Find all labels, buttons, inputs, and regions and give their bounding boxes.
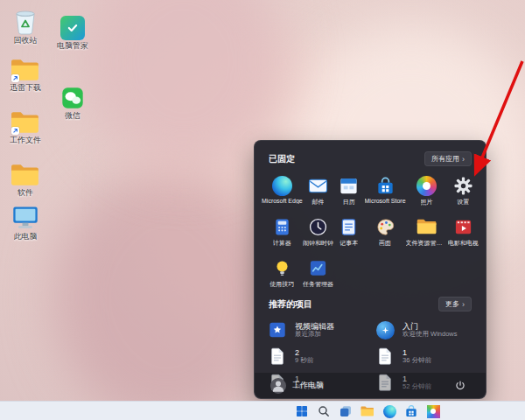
start-menu-footer: 工作电脑 [255, 372, 486, 398]
taskbar-icons [294, 402, 441, 420]
pinned-app-calculator[interactable]: 计算器 [262, 214, 303, 250]
edge-button[interactable] [382, 403, 397, 419]
desktop-icon-security-app[interactable]: 电脑管家 [49, 12, 96, 51]
store-button[interactable] [403, 403, 419, 419]
pinned-app-alarms-clock[interactable]: 闹钟和时钟 [303, 214, 333, 250]
app-label: 使用技巧 [270, 280, 294, 289]
more-button[interactable]: 更多 › [438, 297, 472, 312]
desktop-icon-wechat[interactable]: 微信 [49, 82, 96, 121]
file-explorer-button[interactable] [360, 403, 375, 419]
app-label: 照片 [421, 198, 433, 206]
photos-icon [427, 405, 440, 418]
recommended-item-subtitle: 欢迎使用 Windows [402, 331, 458, 339]
wechat-icon [60, 82, 85, 110]
photos-icon [416, 175, 438, 196]
desktop-icon-label: 迅雷下载 [10, 84, 41, 93]
desktop-icon-label: 工作文件 [10, 136, 41, 145]
search-icon [317, 404, 331, 418]
pinned-apps-grid: Microsoft Edge 邮件 日历 [255, 170, 486, 291]
folder-icon [360, 404, 374, 418]
mail-icon [307, 175, 328, 196]
task-view-button[interactable] [338, 403, 354, 419]
paint-palette-icon [374, 216, 396, 237]
desktop-icon-computer[interactable]: 此电脑 [2, 203, 49, 242]
folder-icon [10, 107, 40, 135]
desktop-icon-label: 电脑管家 [57, 42, 88, 51]
get-started-icon [374, 319, 396, 340]
photos-button[interactable] [425, 403, 441, 419]
lightbulb-icon [271, 257, 292, 278]
app-label: Microsoft Edge [262, 198, 303, 204]
recommended-item-get-started[interactable]: 入门 欢迎使用 Windows [374, 318, 473, 341]
start-menu: 已固定 所有应用 › Microsoft Edge 邮件 [254, 140, 486, 399]
store-icon [404, 404, 418, 418]
recommended-title: 推荐的项目 [269, 298, 312, 311]
folder-icon [416, 216, 438, 237]
pinned-app-photos[interactable]: 照片 [406, 172, 448, 209]
pinned-app-edge[interactable]: Microsoft Edge [262, 172, 303, 209]
app-label: 设置 [457, 198, 469, 206]
notepad-icon [339, 216, 360, 237]
wallpaper-blob [52, 166, 280, 420]
store-icon [374, 175, 396, 196]
recommended-item-file[interactable]: 1 36 分钟前 [374, 345, 473, 368]
desktop-icon-label: 回收站 [14, 37, 38, 46]
app-label: 任务管理器 [303, 280, 333, 289]
taskbar [0, 401, 525, 420]
desktop-icon-folder-2[interactable]: 工作文件 [2, 107, 49, 145]
chevron-right-icon: › [462, 300, 465, 309]
user-account-button[interactable]: 工作电脑 [270, 378, 324, 394]
pinned-app-store[interactable]: Microsoft Store [365, 172, 406, 209]
recommended-item-file[interactable]: 2 9 秒前 [267, 345, 366, 368]
pinned-app-settings[interactable]: 设置 [448, 172, 479, 209]
app-label: 画图 [379, 239, 391, 248]
desktop-icon-folder-3[interactable]: 软件 [2, 159, 49, 198]
pinned-app-task-manager[interactable]: 任务管理器 [303, 255, 333, 291]
app-label: 记事本 [340, 239, 358, 248]
user-name: 工作电脑 [292, 380, 324, 391]
calculator-icon [271, 216, 292, 237]
desktop-icon-label: 此电脑 [14, 233, 38, 242]
edge-icon [383, 405, 396, 418]
app-label: 邮件 [312, 198, 324, 206]
pinned-section-header: 已固定 所有应用 › [255, 141, 486, 170]
desktop-icon-folder-1[interactable]: 迅雷下载 [2, 54, 49, 93]
desktop-icon-recycle-bin[interactable]: 回收站 [2, 7, 49, 46]
shortcut-arrow-icon [11, 74, 19, 82]
recommended-item-video-editor[interactable]: 视频编辑器 最近添加 [267, 318, 366, 341]
security-app-icon [60, 12, 85, 40]
all-apps-button[interactable]: 所有应用 › [424, 151, 472, 166]
power-button[interactable] [451, 376, 470, 396]
pinned-app-tips[interactable]: 使用技巧 [262, 255, 303, 291]
folder-icon [10, 159, 40, 187]
recommended-section-header: 推荐的项目 更多 › [255, 291, 486, 315]
app-label: 文件资源管理器 [406, 239, 448, 248]
windows-logo-icon [295, 404, 309, 418]
task-view-icon [339, 404, 353, 418]
computer-icon [11, 203, 39, 231]
pinned-title: 已固定 [269, 153, 295, 165]
app-label: Microsoft Store [365, 198, 406, 204]
more-label: 更多 [445, 299, 459, 309]
start-button[interactable] [294, 403, 310, 419]
chevron-right-icon: › [462, 155, 465, 164]
settings-gear-icon [452, 175, 473, 196]
pinned-app-notepad[interactable]: 记事本 [333, 214, 364, 250]
document-icon [267, 346, 288, 367]
pinned-app-mail[interactable]: 邮件 [303, 172, 333, 209]
pinned-app-calendar[interactable]: 日历 [333, 172, 364, 209]
video-editor-icon [267, 319, 288, 340]
recycle-bin-icon [14, 7, 37, 35]
folder-icon [10, 54, 40, 82]
desktop-icon-label: 软件 [18, 189, 33, 198]
movies-tv-icon [452, 216, 473, 237]
pinned-app-paint[interactable]: 画图 [365, 214, 406, 250]
app-label: 日历 [343, 198, 355, 206]
desktop-icon-label: 微信 [65, 112, 80, 121]
calendar-icon [339, 175, 360, 196]
search-button[interactable] [316, 403, 332, 419]
task-manager-icon [307, 257, 328, 278]
pinned-app-file-explorer[interactable]: 文件资源管理器 [406, 214, 448, 250]
all-apps-label: 所有应用 [431, 154, 459, 164]
pinned-app-movies-tv[interactable]: 电影和电视 [448, 214, 479, 250]
